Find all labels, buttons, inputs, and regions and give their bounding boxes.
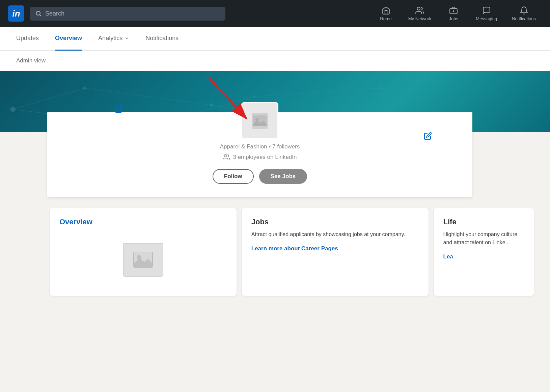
- follow-button[interactable]: Follow: [213, 169, 254, 184]
- subnav: Updates Overview Analytics Notifications: [0, 27, 550, 51]
- company-card: Apparel & Fashion • 7 followers 3 employ…: [47, 112, 472, 197]
- card-jobs: Jobs Attract qualified applicants by sho…: [242, 208, 429, 296]
- notifications-label: Notifications: [512, 16, 536, 21]
- nav-item-home[interactable]: Home: [373, 3, 400, 24]
- meta-separator: •: [269, 143, 272, 150]
- jobs-card-description: Attract qualified applicants by showcasi…: [251, 230, 419, 239]
- nav-item-my-network[interactable]: My Network: [402, 3, 438, 24]
- nav-item-messaging[interactable]: Messaging: [470, 3, 503, 24]
- company-logo: [241, 102, 278, 139]
- see-jobs-button[interactable]: See Jobs: [259, 169, 307, 184]
- company-industry: Apparel & Fashion: [220, 143, 267, 150]
- company-followers: 7 followers: [272, 143, 300, 150]
- svg-line-17: [254, 88, 381, 96]
- subnav-item-analytics[interactable]: Analytics: [98, 27, 129, 51]
- messaging-label: Messaging: [476, 16, 497, 21]
- company-employees: 3 employees on LinkedIn: [63, 153, 456, 161]
- svg-line-11: [85, 88, 212, 105]
- svg-point-2: [417, 7, 420, 10]
- linkedin-logo[interactable]: in: [8, 5, 24, 22]
- company-meta: Apparel & Fashion • 7 followers: [63, 143, 456, 150]
- home-icon: [382, 6, 390, 15]
- svg-line-1: [40, 15, 42, 17]
- search-icon: [35, 10, 42, 17]
- action-buttons: Follow See Jobs: [63, 169, 456, 184]
- nav-item-jobs[interactable]: Jobs: [440, 3, 467, 24]
- main-content: Admin view: [0, 51, 550, 307]
- chevron-down-icon: [125, 36, 129, 40]
- svg-point-6: [10, 107, 15, 112]
- admin-bar: Admin view: [0, 51, 550, 71]
- nav-items: Home My Network Jobs Messaging: [373, 3, 542, 24]
- subnav-item-notifications[interactable]: Notifications: [145, 27, 178, 51]
- topnav: in Home My Network Jobs: [0, 0, 550, 27]
- network-icon: [415, 6, 424, 15]
- messaging-icon: [482, 6, 491, 15]
- subnav-item-updates[interactable]: Updates: [16, 27, 39, 51]
- image-placeholder-icon: [133, 251, 153, 268]
- notifications-icon: [520, 6, 528, 15]
- svg-point-22: [224, 155, 227, 157]
- logo-image-placeholder-icon: [252, 113, 268, 129]
- employees-icon: [223, 153, 230, 161]
- overview-card-title: Overview: [59, 218, 227, 226]
- svg-point-0: [36, 11, 40, 15]
- overview-image-placeholder: [123, 243, 163, 277]
- svg-line-7: [13, 88, 85, 109]
- card-overview: Overview: [50, 208, 237, 296]
- search-bar: [30, 7, 225, 21]
- life-card-title: Life: [443, 218, 524, 226]
- edit-logo-button[interactable]: [115, 105, 123, 115]
- employees-text: 3 employees on LinkedIn: [233, 154, 297, 161]
- nav-item-notifications[interactable]: Notifications: [506, 3, 542, 24]
- search-input[interactable]: [45, 10, 220, 17]
- jobs-icon: [449, 6, 458, 15]
- subnav-item-overview[interactable]: Overview: [55, 27, 82, 51]
- company-info: Apparel & Fashion • 7 followers 3 employ…: [63, 143, 456, 184]
- jobs-card-link[interactable]: Learn more about Career Pages: [251, 245, 338, 252]
- life-card-description: Highlight your company culture and attra…: [443, 230, 524, 247]
- svg-point-18: [380, 87, 382, 89]
- cards-row: Overview Jobs Attract qualified applican…: [34, 197, 550, 307]
- hero-wrapper: Apparel & Fashion • 7 followers 3 employ…: [0, 71, 550, 197]
- life-card-link[interactable]: Lea: [443, 253, 453, 260]
- card-life: Life Highlight your company culture and …: [434, 208, 534, 296]
- admin-view-label: Admin view: [16, 57, 46, 64]
- company-logo-area: [63, 122, 456, 139]
- jobs-label: Jobs: [449, 16, 458, 21]
- overview-card-content: [59, 232, 227, 277]
- home-label: Home: [380, 16, 392, 21]
- my-network-label: My Network: [408, 16, 432, 21]
- jobs-card-title: Jobs: [251, 218, 419, 226]
